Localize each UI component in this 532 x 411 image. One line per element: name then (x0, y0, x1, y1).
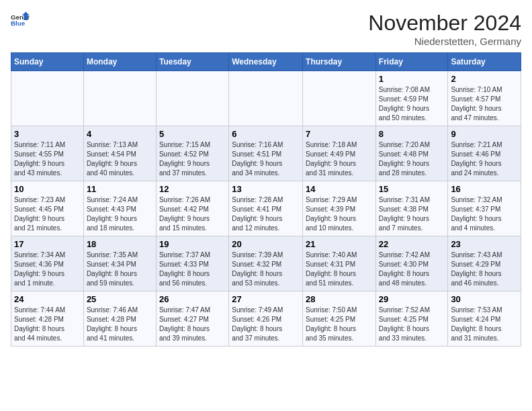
day-number: 2 (451, 74, 518, 84)
day-info: Sunrise: 7:20 AM Sunset: 4:48 PM Dayligh… (379, 140, 445, 178)
day-info: Sunrise: 7:15 AM Sunset: 4:52 PM Dayligh… (159, 140, 226, 178)
calendar-cell: 10Sunrise: 7:23 AM Sunset: 4:45 PM Dayli… (11, 181, 84, 236)
day-info: Sunrise: 7:35 AM Sunset: 4:34 PM Dayligh… (87, 250, 153, 288)
day-info: Sunrise: 7:21 AM Sunset: 4:46 PM Dayligh… (451, 140, 518, 178)
calendar-week-1: 1Sunrise: 7:08 AM Sunset: 4:59 PM Daylig… (11, 71, 521, 126)
day-info: Sunrise: 7:10 AM Sunset: 4:57 PM Dayligh… (451, 85, 518, 123)
calendar-table: SundayMondayTuesdayWednesdayThursdayFrid… (11, 52, 521, 347)
calendar-cell: 30Sunrise: 7:53 AM Sunset: 4:24 PM Dayli… (448, 291, 521, 347)
day-info: Sunrise: 7:37 AM Sunset: 4:33 PM Dayligh… (159, 250, 226, 288)
day-info: Sunrise: 7:47 AM Sunset: 4:27 PM Dayligh… (159, 306, 226, 343)
day-number: 18 (87, 239, 153, 249)
day-number: 16 (451, 184, 518, 194)
calendar-cell: 6Sunrise: 7:16 AM Sunset: 4:51 PM Daylig… (229, 126, 303, 181)
day-number: 9 (451, 129, 518, 139)
calendar-cell: 24Sunrise: 7:44 AM Sunset: 4:28 PM Dayli… (11, 291, 84, 347)
logo: General Blue (11, 11, 30, 30)
month-title: November 2024 (368, 11, 521, 36)
calendar-cell: 5Sunrise: 7:15 AM Sunset: 4:52 PM Daylig… (156, 126, 228, 181)
calendar-cell: 16Sunrise: 7:32 AM Sunset: 4:37 PM Dayli… (448, 181, 521, 236)
day-info: Sunrise: 7:08 AM Sunset: 4:59 PM Dayligh… (379, 85, 445, 123)
weekday-header-friday: Friday (375, 53, 448, 71)
calendar-week-4: 17Sunrise: 7:34 AM Sunset: 4:36 PM Dayli… (11, 236, 521, 291)
calendar-cell: 28Sunrise: 7:50 AM Sunset: 4:25 PM Dayli… (303, 291, 376, 347)
calendar-cell (83, 71, 156, 126)
day-info: Sunrise: 7:28 AM Sunset: 4:41 PM Dayligh… (232, 195, 300, 233)
title-block: November 2024 Niederstetten, Germany (368, 11, 521, 47)
day-info: Sunrise: 7:39 AM Sunset: 4:32 PM Dayligh… (232, 250, 300, 288)
calendar-cell: 27Sunrise: 7:49 AM Sunset: 4:26 PM Dayli… (229, 291, 303, 347)
calendar-cell: 17Sunrise: 7:34 AM Sunset: 4:36 PM Dayli… (11, 236, 84, 291)
calendar-cell: 3Sunrise: 7:11 AM Sunset: 4:55 PM Daylig… (11, 126, 84, 181)
calendar-cell: 1Sunrise: 7:08 AM Sunset: 4:59 PM Daylig… (375, 71, 448, 126)
day-info: Sunrise: 7:49 AM Sunset: 4:26 PM Dayligh… (232, 306, 300, 343)
day-info: Sunrise: 7:42 AM Sunset: 4:30 PM Dayligh… (379, 250, 445, 288)
calendar-cell: 23Sunrise: 7:43 AM Sunset: 4:29 PM Dayli… (448, 236, 521, 291)
calendar-cell (11, 71, 84, 126)
day-number: 24 (14, 294, 81, 304)
calendar-cell: 19Sunrise: 7:37 AM Sunset: 4:33 PM Dayli… (156, 236, 228, 291)
day-number: 27 (232, 294, 300, 304)
calendar-week-3: 10Sunrise: 7:23 AM Sunset: 4:45 PM Dayli… (11, 181, 521, 236)
day-number: 23 (451, 239, 518, 249)
day-number: 17 (14, 239, 81, 249)
day-number: 12 (159, 184, 226, 194)
calendar-cell: 14Sunrise: 7:29 AM Sunset: 4:39 PM Dayli… (303, 181, 376, 236)
calendar-cell: 4Sunrise: 7:13 AM Sunset: 4:54 PM Daylig… (83, 126, 156, 181)
day-number: 10 (14, 184, 81, 194)
day-info: Sunrise: 7:43 AM Sunset: 4:29 PM Dayligh… (451, 250, 518, 288)
calendar-cell: 12Sunrise: 7:26 AM Sunset: 4:42 PM Dayli… (156, 181, 228, 236)
calendar-cell (229, 71, 303, 126)
day-number: 22 (379, 239, 445, 249)
weekday-header-tuesday: Tuesday (156, 53, 228, 71)
day-number: 15 (379, 184, 445, 194)
calendar-cell: 29Sunrise: 7:52 AM Sunset: 4:25 PM Dayli… (375, 291, 448, 347)
calendar-cell: 9Sunrise: 7:21 AM Sunset: 4:46 PM Daylig… (448, 126, 521, 181)
calendar-cell: 13Sunrise: 7:28 AM Sunset: 4:41 PM Dayli… (229, 181, 303, 236)
calendar-week-5: 24Sunrise: 7:44 AM Sunset: 4:28 PM Dayli… (11, 291, 521, 347)
day-number: 25 (87, 294, 153, 304)
day-number: 5 (159, 129, 226, 139)
day-info: Sunrise: 7:44 AM Sunset: 4:28 PM Dayligh… (14, 306, 81, 343)
calendar-cell: 18Sunrise: 7:35 AM Sunset: 4:34 PM Dayli… (83, 236, 156, 291)
day-number: 7 (306, 129, 373, 139)
weekday-header-wednesday: Wednesday (229, 53, 303, 71)
day-number: 13 (232, 184, 300, 194)
day-info: Sunrise: 7:31 AM Sunset: 4:38 PM Dayligh… (379, 195, 445, 233)
day-number: 21 (306, 239, 373, 249)
calendar-cell (156, 71, 228, 126)
weekday-header-sunday: Sunday (11, 53, 84, 71)
calendar-cell: 8Sunrise: 7:20 AM Sunset: 4:48 PM Daylig… (375, 126, 448, 181)
day-info: Sunrise: 7:34 AM Sunset: 4:36 PM Dayligh… (14, 250, 81, 288)
day-info: Sunrise: 7:24 AM Sunset: 4:43 PM Dayligh… (87, 195, 153, 233)
calendar-cell: 21Sunrise: 7:40 AM Sunset: 4:31 PM Dayli… (303, 236, 376, 291)
calendar-cell: 26Sunrise: 7:47 AM Sunset: 4:27 PM Dayli… (156, 291, 228, 347)
day-info: Sunrise: 7:11 AM Sunset: 4:55 PM Dayligh… (14, 140, 81, 178)
svg-text:Blue: Blue (11, 19, 26, 27)
day-info: Sunrise: 7:29 AM Sunset: 4:39 PM Dayligh… (306, 195, 373, 233)
day-info: Sunrise: 7:50 AM Sunset: 4:25 PM Dayligh… (306, 306, 373, 343)
weekday-row: SundayMondayTuesdayWednesdayThursdayFrid… (11, 53, 521, 71)
day-number: 3 (14, 129, 81, 139)
day-info: Sunrise: 7:23 AM Sunset: 4:45 PM Dayligh… (14, 195, 81, 233)
day-number: 29 (379, 294, 445, 304)
calendar-week-2: 3Sunrise: 7:11 AM Sunset: 4:55 PM Daylig… (11, 126, 521, 181)
calendar-cell: 25Sunrise: 7:46 AM Sunset: 4:28 PM Dayli… (83, 291, 156, 347)
calendar-body: 1Sunrise: 7:08 AM Sunset: 4:59 PM Daylig… (11, 71, 521, 347)
day-info: Sunrise: 7:18 AM Sunset: 4:49 PM Dayligh… (306, 140, 373, 178)
day-number: 28 (306, 294, 373, 304)
day-number: 6 (232, 129, 300, 139)
calendar-cell: 22Sunrise: 7:42 AM Sunset: 4:30 PM Dayli… (375, 236, 448, 291)
location-title: Niederstetten, Germany (368, 36, 521, 47)
calendar-cell: 15Sunrise: 7:31 AM Sunset: 4:38 PM Dayli… (375, 181, 448, 236)
day-number: 20 (232, 239, 300, 249)
day-number: 26 (159, 294, 226, 304)
day-info: Sunrise: 7:53 AM Sunset: 4:24 PM Dayligh… (451, 306, 518, 343)
weekday-header-thursday: Thursday (303, 53, 376, 71)
day-number: 1 (379, 74, 445, 84)
day-number: 19 (159, 239, 226, 249)
logo-icon: General Blue (11, 11, 30, 30)
weekday-header-saturday: Saturday (448, 53, 521, 71)
calendar-cell (303, 71, 376, 126)
calendar-cell: 11Sunrise: 7:24 AM Sunset: 4:43 PM Dayli… (83, 181, 156, 236)
